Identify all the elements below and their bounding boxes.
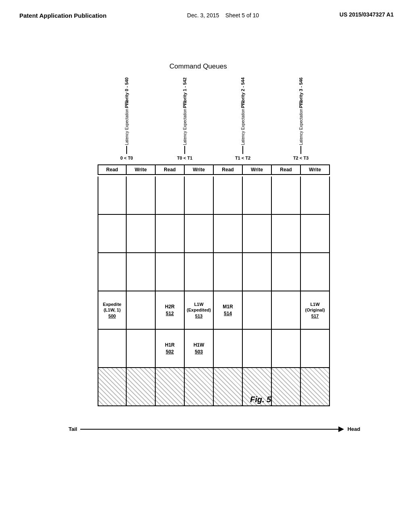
grid-col-headers: Read Write Read Write Read Write Read Wr…	[98, 164, 330, 175]
diagram-container: Priority 0 - 540 Latency Expectation - T…	[24, 77, 407, 504]
patent-number-label: US 2015/0347327 A1	[340, 11, 394, 18]
diagram-title: Command Queues	[169, 62, 227, 71]
priority-0-header: Priority 0 - 540 Latency Expectation - T…	[98, 77, 156, 160]
page-header: Patent Application Publication Dec. 3, 2…	[0, 0, 413, 20]
grid-row-4: Expedite(L1W, 1)500 H2R512 L1W(Expedited…	[98, 291, 330, 330]
grid-row-2	[98, 215, 330, 253]
grid-row-6-shaded	[98, 368, 330, 406]
tail-label: Tail	[69, 426, 77, 432]
grid-row-5: H1R502 H1W503	[98, 330, 330, 368]
grid-row-3	[98, 253, 330, 291]
publication-label: Patent Application Publication	[19, 11, 106, 20]
date-sheet-label: Dec. 3, 2015 Sheet 5 of 10	[187, 11, 259, 20]
grid-row-1	[98, 177, 330, 215]
priority-2-header: Priority 2 - 544 Latency Expectation - T…	[214, 77, 272, 160]
tail-head-arrow: Tail Head	[69, 426, 360, 432]
priority-1-header: Priority 1 - 542 Latency Expectation - T…	[156, 77, 214, 160]
priority-3-header: Priority 3 - 546 Latency Expectation - T…	[272, 77, 330, 160]
head-label: Head	[347, 426, 360, 432]
fig-label: Fig. 5	[250, 395, 271, 404]
